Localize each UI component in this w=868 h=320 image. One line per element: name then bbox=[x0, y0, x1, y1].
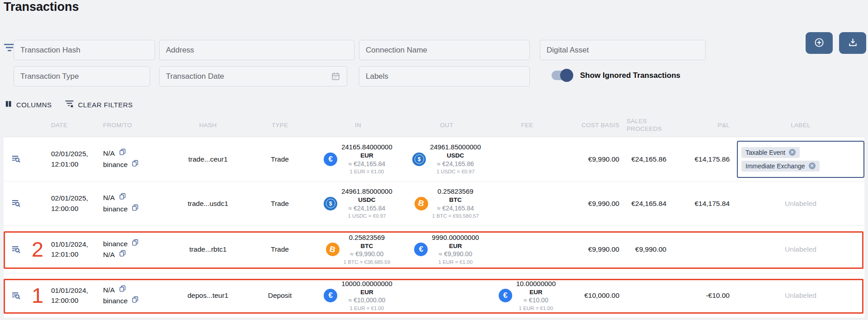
hash-cell: depos...teur1 bbox=[170, 291, 246, 300]
cost-basis-cell: €10,000.00 bbox=[563, 291, 627, 300]
usdc-icon: $ bbox=[324, 197, 337, 210]
eur-icon: € bbox=[499, 289, 512, 302]
plus-circle-icon bbox=[814, 37, 825, 49]
connection-name-input[interactable] bbox=[359, 40, 530, 60]
copy-icon[interactable] bbox=[119, 148, 126, 159]
type-cell: Trade bbox=[246, 200, 314, 208]
type-cell: Trade bbox=[246, 245, 314, 253]
transaction-date-input[interactable] bbox=[159, 66, 347, 86]
expand-row-button[interactable] bbox=[4, 291, 28, 301]
export-button[interactable] bbox=[839, 32, 866, 54]
columns-icon bbox=[5, 100, 12, 109]
time-value: 12:01:00 bbox=[51, 249, 103, 259]
copy-icon[interactable] bbox=[132, 159, 139, 170]
date-cell: 01/01/2024, 12:00:00 bbox=[47, 286, 103, 306]
columns-button[interactable]: COLUMNS bbox=[5, 100, 52, 109]
label-editor[interactable]: Taxable Event✕ Immediate Exchange✕ bbox=[737, 141, 864, 178]
copy-icon[interactable] bbox=[132, 296, 139, 306]
header-cost-basis: COST BASIS bbox=[563, 122, 627, 129]
expand-row-button[interactable] bbox=[4, 244, 28, 255]
usdc-icon: $ bbox=[412, 153, 426, 166]
type-cell: Trade bbox=[246, 155, 314, 163]
fromto-cell: N/A binance bbox=[103, 192, 170, 214]
pnl-cell: -€10.00 bbox=[674, 291, 737, 300]
copy-icon[interactable] bbox=[119, 192, 126, 203]
label-chip[interactable]: Taxable Event✕ bbox=[741, 147, 800, 158]
date-cell: 01/01/2024, 12:01:00 bbox=[47, 239, 103, 260]
eur-icon: € bbox=[324, 289, 337, 302]
table-row-highlighted[interactable]: 2 01/01/2024, 12:01:00 binance N/A trade… bbox=[4, 226, 864, 273]
date-value: 01/01/2024, bbox=[51, 286, 103, 296]
cost-basis-cell: €9,990.00 bbox=[563, 200, 627, 208]
hash-cell: trade...usdc1 bbox=[170, 200, 246, 208]
from-value: N/A bbox=[103, 285, 115, 296]
eur-icon: € bbox=[414, 243, 428, 256]
out-cell: € 9990.00000000EUR≈ €9,990.001 EUR = €1.… bbox=[402, 233, 491, 266]
transaction-type-input[interactable] bbox=[14, 66, 150, 86]
copy-icon[interactable] bbox=[119, 249, 126, 260]
time-value: 12:00:00 bbox=[51, 296, 103, 306]
label-cell[interactable]: Unlabeled bbox=[737, 245, 864, 253]
in-cell: B 0.25823569BTC≈ €9,990.001 BTC = €38,68… bbox=[314, 233, 402, 266]
in-cell: € 10000.00000000EUR≈ €10,000.001 EUR = €… bbox=[314, 279, 402, 312]
expand-row-button[interactable] bbox=[4, 198, 28, 209]
page-title: Transactions bbox=[4, 0, 79, 14]
table-row-highlighted[interactable]: 1 01/01/2024, 12:00:00 N/A binance depos… bbox=[4, 273, 864, 318]
toggle-switch[interactable] bbox=[552, 71, 572, 80]
transaction-hash-input[interactable] bbox=[14, 40, 155, 60]
table-row[interactable]: 02/01/2025, 12:01:00 N/A binance trade..… bbox=[4, 137, 864, 181]
label-chip[interactable]: Immediate Exchange✕ bbox=[741, 161, 820, 172]
table-row[interactable]: 02/01/2025, 12:00:00 N/A binance trade..… bbox=[4, 181, 864, 226]
to-value: N/A bbox=[103, 249, 115, 260]
cost-basis-cell: €9,990.00 bbox=[563, 245, 627, 253]
label-chip-text: Taxable Event bbox=[745, 149, 785, 156]
header-out: OUT bbox=[402, 122, 491, 129]
type-cell: Deposit bbox=[246, 291, 314, 300]
fromto-cell: N/A binance bbox=[103, 285, 170, 306]
show-ignored-toggle[interactable]: Show Ignored Transactions bbox=[552, 71, 680, 80]
from-value: N/A bbox=[103, 148, 115, 159]
clear-filters-icon bbox=[65, 100, 74, 110]
header-in: IN bbox=[314, 122, 402, 129]
add-transaction-button[interactable] bbox=[806, 32, 833, 54]
time-value: 12:00:00 bbox=[51, 204, 103, 214]
copy-icon[interactable] bbox=[132, 204, 139, 215]
remove-label-icon[interactable]: ✕ bbox=[809, 162, 816, 169]
annotation-number: 1 bbox=[28, 286, 47, 305]
fee-cell: € 10.00000000EUR≈ €10.001 EUR = €1.00 bbox=[491, 279, 563, 312]
digital-asset-input[interactable] bbox=[540, 40, 706, 60]
columns-label: COLUMNS bbox=[16, 101, 52, 109]
sales-proceeds-cell: €24,165.86 bbox=[627, 155, 674, 163]
date-value: 01/01/2024, bbox=[51, 239, 103, 249]
address-input[interactable] bbox=[159, 40, 354, 60]
labels-input[interactable] bbox=[359, 66, 530, 86]
out-cell: $ 24961.85000000USDC≈ €24,165.861 USDC =… bbox=[402, 143, 491, 175]
btc-icon: B bbox=[326, 243, 340, 256]
label-cell[interactable]: Unlabeled bbox=[737, 291, 864, 300]
from-value: N/A bbox=[103, 192, 115, 203]
header-label: LABEL bbox=[737, 122, 864, 129]
copy-icon[interactable] bbox=[119, 285, 126, 296]
header-hash: HASH bbox=[170, 122, 246, 129]
expand-row-button[interactable] bbox=[4, 154, 28, 164]
date-value: 02/01/2025, bbox=[51, 193, 103, 203]
header-type: TYPE bbox=[246, 122, 314, 129]
out-cell: B 0.25823569BTC≈ €24,165.841 BTC = €93,5… bbox=[402, 187, 491, 220]
from-value: binance bbox=[103, 239, 127, 249]
copy-icon[interactable] bbox=[132, 239, 139, 249]
pnl-cell: €14,175.86 bbox=[674, 155, 737, 163]
label-cell[interactable]: Taxable Event✕ Immediate Exchange✕ bbox=[737, 141, 864, 178]
date-value: 02/01/2025, bbox=[51, 149, 103, 159]
show-ignored-label: Show Ignored Transactions bbox=[580, 71, 680, 80]
remove-label-icon[interactable]: ✕ bbox=[789, 149, 796, 156]
label-chip-text: Immediate Exchange bbox=[745, 162, 805, 170]
clear-filters-button[interactable]: CLEAR FILTERS bbox=[65, 100, 133, 110]
cost-basis-cell: €9,990.00 bbox=[563, 155, 627, 163]
toggle-knob[interactable] bbox=[560, 69, 573, 82]
table-toolbar: COLUMNS CLEAR FILTERS bbox=[5, 100, 133, 110]
label-cell[interactable]: Unlabeled bbox=[737, 200, 864, 208]
btc-icon: B bbox=[415, 197, 428, 210]
sales-proceeds-cell: €24,165.84 bbox=[627, 200, 674, 208]
time-value: 12:01:00 bbox=[51, 159, 103, 169]
fromto-cell: binance N/A bbox=[103, 239, 170, 260]
